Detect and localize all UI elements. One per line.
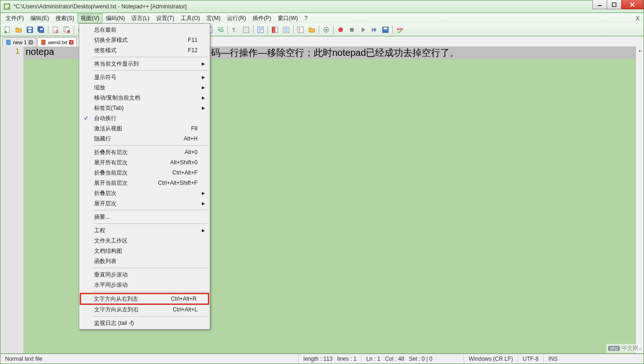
- menu-window[interactable]: 窗口(W): [274, 13, 301, 23]
- svg-text:ABC: ABC: [397, 27, 404, 31]
- play-icon[interactable]: [358, 25, 368, 35]
- menu-item-1[interactable]: 切换全屏模式F11: [80, 35, 209, 45]
- menu-tools[interactable]: 工具(O): [178, 13, 203, 23]
- menu-item-21[interactable]: 摘要...: [80, 212, 209, 222]
- submenu-arrow-icon: ▶: [202, 61, 205, 66]
- menu-macro[interactable]: 宏(M): [203, 13, 224, 23]
- menu-item-15[interactable]: 展开所有层次Alt+Shift+0: [80, 157, 209, 168]
- menu-settings[interactable]: 设置(T): [153, 13, 178, 23]
- tab-new1[interactable]: new 1 ×: [2, 37, 36, 47]
- menu-item-10[interactable]: ✓自动换行: [80, 113, 209, 123]
- menu-item-34[interactable]: 监视日志 (tail -f): [80, 318, 209, 328]
- monitor-icon[interactable]: [321, 25, 331, 35]
- menu-item-shortcut: Alt+H: [184, 135, 198, 142]
- folder-workspace-icon[interactable]: [307, 25, 317, 35]
- menu-separator: [93, 316, 208, 317]
- status-encoding[interactable]: UTF-8: [518, 354, 544, 364]
- tab-close-icon[interactable]: ×: [69, 40, 74, 45]
- stop-icon[interactable]: [347, 25, 357, 35]
- play-multi-icon[interactable]: [369, 25, 379, 35]
- menu-item-25[interactable]: 文档结构图: [80, 246, 209, 256]
- toolbar-separator: [267, 26, 268, 34]
- menu-edit[interactable]: 编辑(E): [27, 13, 52, 23]
- line-number: 1: [0, 47, 20, 56]
- open-file-icon[interactable]: [14, 25, 24, 35]
- menu-item-6[interactable]: 显示符号▶: [80, 72, 209, 82]
- file-icon: [6, 40, 11, 45]
- menu-item-31[interactable]: 文字方向从右到左Ctrl+Alt+R: [80, 293, 209, 305]
- menu-item-16[interactable]: 折叠当前层次Ctrl+Alt+F: [80, 168, 209, 178]
- menu-item-14[interactable]: 折叠所有层次Alt+0: [80, 147, 209, 157]
- menu-separator: [93, 70, 208, 71]
- status-eol[interactable]: Windows (CR LF): [464, 354, 518, 364]
- menu-item-17[interactable]: 展开当前层次Ctrl+Alt+Shift+F: [80, 178, 209, 188]
- scroll-up-icon[interactable]: ▲: [636, 47, 644, 54]
- menu-item-label: 函数列表: [94, 257, 116, 265]
- doc-list-icon[interactable]: [281, 25, 291, 35]
- svg-point-18: [67, 30, 70, 33]
- svg-text:f: f: [299, 27, 300, 33]
- status-mode[interactable]: INS: [544, 354, 562, 364]
- file-modified-icon: [41, 40, 46, 45]
- svg-rect-46: [350, 28, 354, 32]
- window-controls: [593, 0, 644, 12]
- menu-item-28[interactable]: 垂直同步滚动: [80, 270, 209, 280]
- menu-item-18[interactable]: 折叠层次▶: [80, 188, 209, 198]
- menu-item-8[interactable]: 移动/复制当前文档▶: [80, 93, 209, 103]
- menu-item-9[interactable]: 标签页(Tab)▶: [80, 103, 209, 113]
- save-macro-icon[interactable]: [380, 25, 391, 35]
- title-bar: *C:\Users\Administrator\Desktop\wend.txt…: [0, 0, 644, 13]
- menu-item-23[interactable]: 工程▶: [80, 225, 209, 236]
- menu-encoding[interactable]: 编码(N): [103, 13, 128, 23]
- new-file-icon[interactable]: [2, 25, 13, 35]
- doc-map-icon[interactable]: [270, 25, 280, 35]
- menu-file[interactable]: 文件(F): [2, 13, 27, 23]
- vertical-scrollbar[interactable]: ▲ ▼: [636, 47, 644, 353]
- menu-item-label: 展开当前层次: [94, 179, 128, 187]
- menu-item-label: 文档结构图: [94, 247, 122, 255]
- tab-close-icon[interactable]: ×: [28, 40, 33, 45]
- menu-search[interactable]: 搜索(S): [52, 13, 77, 23]
- menu-item-shortcut: Ctrl+Alt+R: [171, 296, 197, 302]
- menu-view[interactable]: 视图(V): [77, 13, 103, 23]
- menu-language[interactable]: 语言(L): [128, 13, 153, 23]
- menu-help[interactable]: ?: [301, 14, 311, 22]
- save-all-icon[interactable]: [36, 25, 46, 35]
- menu-item-19[interactable]: 展开层次▶: [80, 198, 209, 209]
- menu-separator: [93, 268, 208, 268]
- save-icon[interactable]: [25, 25, 35, 35]
- show-all-chars-icon[interactable]: ¶: [230, 25, 240, 35]
- lang-udl-icon[interactable]: [255, 25, 266, 35]
- wordwrap-icon[interactable]: [215, 25, 226, 35]
- menu-run[interactable]: 运行(R): [224, 13, 249, 23]
- tab-wend[interactable]: wend.txt ×: [37, 37, 77, 47]
- menu-plugins[interactable]: 插件(P): [249, 13, 274, 23]
- maximize-button[interactable]: [607, 0, 622, 9]
- menu-item-24[interactable]: 文件夹工作区: [80, 236, 209, 246]
- menubar-close-icon[interactable]: X: [636, 14, 640, 22]
- menu-item-shortcut: F12: [188, 47, 198, 54]
- menu-item-29[interactable]: 水平同步滚动: [80, 280, 209, 290]
- close-all-icon[interactable]: [62, 25, 72, 35]
- tab-label: new 1: [13, 40, 27, 45]
- menu-item-label: 将当前文件显示到: [94, 60, 139, 68]
- minimize-button[interactable]: [592, 0, 607, 9]
- close-button[interactable]: [621, 0, 644, 9]
- close-file-icon[interactable]: [50, 25, 61, 35]
- menu-item-7[interactable]: 缩放▶: [80, 82, 209, 93]
- menu-item-26[interactable]: 函数列表: [80, 256, 209, 266]
- menu-item-32[interactable]: 文字方向从左到右Ctrl+Alt+L: [80, 304, 209, 315]
- record-icon[interactable]: [336, 25, 346, 35]
- spellcheck-icon[interactable]: ABC: [395, 25, 405, 35]
- indent-guide-icon[interactable]: [241, 25, 251, 35]
- menu-item-11[interactable]: 激活从视图F8: [80, 123, 209, 134]
- menu-item-2[interactable]: 便签模式F12: [80, 45, 209, 55]
- func-list-icon[interactable]: f: [295, 25, 306, 35]
- toolbar-separator: [74, 26, 74, 34]
- menu-item-12[interactable]: 隐藏行Alt+H: [80, 134, 209, 144]
- menu-separator: [93, 291, 208, 292]
- menu-separator: [93, 57, 208, 57]
- menu-item-label: 展开所有层次: [94, 159, 128, 167]
- menu-item-4[interactable]: 将当前文件显示到▶: [80, 59, 209, 69]
- menu-item-0[interactable]: 总在最前: [80, 25, 209, 35]
